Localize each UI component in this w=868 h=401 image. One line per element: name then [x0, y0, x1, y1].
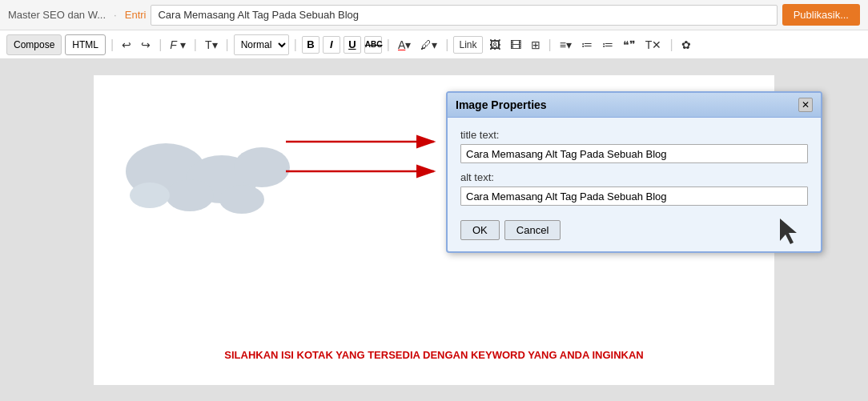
font-button[interactable]: F ▾ [167, 34, 188, 55]
dialog-close-button[interactable]: ✕ [798, 98, 813, 112]
toolbar-sep-4: | [226, 38, 229, 52]
cursor-arrow [776, 217, 800, 248]
italic-button[interactable]: I [323, 36, 340, 54]
separator: · [114, 9, 117, 21]
svg-point-4 [219, 185, 264, 214]
toolbar-sep-1: | [111, 38, 114, 52]
ol-button[interactable]: ≔ [578, 34, 596, 55]
compose-button[interactable]: Compose [6, 34, 62, 55]
ul-button[interactable]: ≔ [599, 34, 617, 55]
dialog-body: title text: alt text: OK Cancel [448, 118, 821, 251]
instruction-text: SILAHKAN ISI KOTAK YANG TERSEDIA DENGAN … [224, 349, 643, 361]
strikethrough-button[interactable]: ABC [364, 36, 382, 54]
site-title: Master SEO dan W... [8, 9, 106, 21]
editor-area: Image Properties ✕ title text: alt text:… [0, 59, 868, 401]
decorative-blobs [118, 123, 294, 219]
link-button[interactable]: Link [453, 36, 482, 54]
dialog-title: Image Properties [456, 98, 547, 111]
toolbar-sep-9: | [669, 38, 673, 52]
publish-button[interactable]: Publikasik... [782, 4, 860, 26]
underline-button[interactable]: U [344, 36, 361, 54]
alt-text-label: alt text: [460, 171, 808, 183]
toolbar-sep-6: | [387, 38, 390, 52]
bold-button[interactable]: B [302, 36, 319, 54]
format-select[interactable]: Normal [234, 34, 289, 55]
top-bar: Master SEO dan W... · Entri Publikasik..… [0, 0, 868, 30]
title-text-input[interactable] [460, 144, 808, 163]
image-properties-dialog: Image Properties ✕ title text: alt text:… [446, 91, 822, 253]
alt-text-input[interactable] [460, 186, 808, 206]
toolbar-sep-5: | [294, 38, 297, 52]
svg-point-5 [130, 182, 170, 208]
align-button[interactable]: ≡▾ [557, 34, 575, 55]
video-button[interactable]: 🎞 [507, 34, 524, 55]
image-button[interactable]: 🖼 [486, 34, 504, 55]
html-button[interactable]: HTML [65, 34, 106, 55]
cancel-button[interactable]: Cancel [504, 220, 561, 240]
editor-content: Image Properties ✕ title text: alt text:… [94, 75, 774, 385]
toolbar-sep-3: | [194, 38, 197, 52]
svg-point-2 [234, 147, 290, 187]
clear-format-button[interactable]: T✕ [642, 34, 665, 55]
text-size-button[interactable]: T▾ [202, 34, 221, 55]
dialog-header: Image Properties ✕ [448, 93, 821, 118]
editor-toolbar: Compose HTML | ↩ ↪ | F ▾ | T▾ | Normal |… [0, 30, 868, 59]
highlight-button[interactable]: 🖊▾ [417, 34, 440, 55]
title-text-label: title text: [460, 129, 808, 141]
dialog-buttons: OK Cancel [460, 220, 808, 240]
font-color-button[interactable]: A▾ [395, 34, 414, 55]
svg-point-3 [166, 179, 214, 211]
special-button[interactable]: ⊞ [528, 34, 544, 55]
toolbar-sep-7: | [445, 38, 448, 52]
page-title-input[interactable] [151, 5, 777, 26]
entri-label: Entri [125, 9, 147, 21]
quote-button[interactable]: ❝❞ [620, 34, 639, 55]
svg-marker-6 [780, 219, 797, 244]
undo-button[interactable]: ↩ [119, 34, 135, 55]
redo-button[interactable]: ↪ [138, 34, 154, 55]
toolbar-sep-8: | [549, 38, 552, 52]
more-button[interactable]: ✿ [678, 34, 694, 55]
ok-button[interactable]: OK [460, 220, 500, 240]
toolbar-sep-2: | [159, 38, 162, 52]
